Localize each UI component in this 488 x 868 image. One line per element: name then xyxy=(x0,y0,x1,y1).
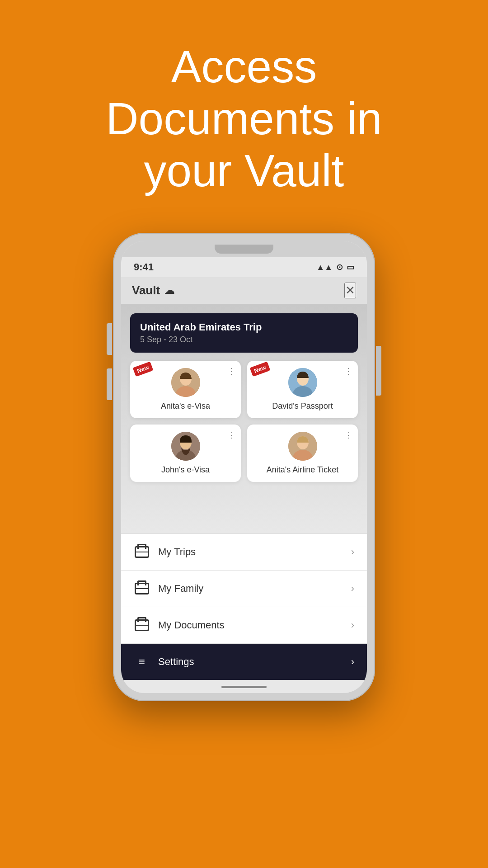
chevron-settings: › xyxy=(351,656,354,668)
trip-title: United Arab Emirates Trip xyxy=(140,321,348,333)
phone-screen: 9:41 ▲▲ ⊙ ▭ Vault ☁ ✕ United Arab xyxy=(121,241,367,693)
chevron-documents: › xyxy=(351,619,354,631)
menu-item-my-family[interactable]: My Family › xyxy=(121,571,367,607)
trips-icon-wrapper xyxy=(134,546,150,558)
hero-section: Access Documents in your Vault xyxy=(79,0,409,224)
doc-card-john-evisa[interactable]: John's e-Visa ⋮ xyxy=(130,425,241,482)
doc-label-anita-evisa: Anita's e-Visa xyxy=(161,401,210,411)
status-time: 9:41 xyxy=(134,261,154,273)
avatar-anita2 xyxy=(288,432,317,461)
new-badge-anita: New xyxy=(133,362,153,377)
menu-item-settings[interactable]: ≡ Settings › xyxy=(121,644,367,680)
menu-label-documents: My Documents xyxy=(158,619,225,631)
david-avatar-svg xyxy=(288,368,317,397)
notch-pill xyxy=(215,245,273,254)
doc-label-john-evisa: John's e-Visa xyxy=(161,465,210,475)
document-grid: New Anita's e-Visa ⋮ xyxy=(130,361,358,482)
cloud-icon: ☁ xyxy=(164,285,174,297)
signal-icon: ▲▲ xyxy=(316,263,333,272)
settings-icon: ≡ xyxy=(139,656,145,668)
doc-card-david-passport[interactable]: New David's Passport ⋮ xyxy=(247,361,358,418)
doc-card-anita-evisa[interactable]: New Anita's e-Visa ⋮ xyxy=(130,361,241,418)
card-menu-david-passport[interactable]: ⋮ xyxy=(344,366,352,376)
status-icons: ▲▲ ⊙ ▭ xyxy=(316,262,354,272)
settings-icon-wrapper: ≡ xyxy=(134,656,150,668)
phone-shell: 9:41 ▲▲ ⊙ ▭ Vault ☁ ✕ United Arab xyxy=(113,233,375,701)
hero-line1: Access xyxy=(171,41,317,92)
menu-item-left-trips: My Trips xyxy=(134,546,196,558)
app-title-group: Vault ☁ xyxy=(132,283,174,297)
new-badge-david: New xyxy=(250,362,270,377)
anita-avatar-svg xyxy=(171,368,200,397)
home-pill xyxy=(221,686,267,688)
phone-notch xyxy=(121,241,367,257)
close-button[interactable]: ✕ xyxy=(344,283,356,298)
trip-dates: 5 Sep - 23 Oct xyxy=(140,335,348,344)
briefcase-icon-family xyxy=(135,583,149,594)
app-title-text: Vault xyxy=(132,283,160,297)
trip-banner[interactable]: United Arab Emirates Trip 5 Sep - 23 Oct xyxy=(130,313,358,353)
documents-icon-wrapper xyxy=(134,619,150,632)
home-indicator xyxy=(121,680,367,693)
card-menu-anita-evisa[interactable]: ⋮ xyxy=(227,366,235,376)
phone-mockup: 9:41 ▲▲ ⊙ ▭ Vault ☁ ✕ United Arab xyxy=(113,233,375,701)
doc-card-anita-ticket[interactable]: Anita's Airline Ticket ⋮ xyxy=(247,425,358,482)
briefcase-icon-trips xyxy=(135,546,149,558)
menu-label-trips: My Trips xyxy=(158,546,196,558)
briefcase-icon-documents xyxy=(135,619,149,631)
battery-icon: ▭ xyxy=(347,262,354,272)
status-bar: 9:41 ▲▲ ⊙ ▭ xyxy=(121,257,367,277)
chevron-trips: › xyxy=(351,546,354,558)
bottom-menu: My Trips › My Family › xyxy=(121,533,367,680)
hero-line3: your Vault xyxy=(144,145,344,196)
menu-item-my-trips[interactable]: My Trips › xyxy=(121,534,367,571)
anita2-avatar-svg xyxy=(288,432,317,461)
doc-label-anita-ticket: Anita's Airline Ticket xyxy=(267,465,339,475)
family-icon-wrapper xyxy=(134,582,150,595)
menu-item-left-settings: ≡ Settings xyxy=(134,656,194,668)
card-menu-john-evisa[interactable]: ⋮ xyxy=(227,430,235,440)
avatar-david xyxy=(288,368,317,397)
card-menu-anita-ticket[interactable]: ⋮ xyxy=(344,430,352,440)
menu-label-family: My Family xyxy=(158,583,203,594)
app-header: Vault ☁ ✕ xyxy=(121,277,367,304)
wifi-icon: ⊙ xyxy=(336,262,343,272)
menu-label-settings: Settings xyxy=(158,656,194,668)
menu-item-left-family: My Family xyxy=(134,582,203,595)
doc-label-david-passport: David's Passport xyxy=(272,401,333,411)
app-content: United Arab Emirates Trip 5 Sep - 23 Oct… xyxy=(121,304,367,533)
chevron-family: › xyxy=(351,583,354,594)
avatar-anita xyxy=(171,368,200,397)
john-avatar-svg xyxy=(171,432,200,461)
menu-item-my-documents[interactable]: My Documents › xyxy=(121,607,367,644)
menu-item-left-documents: My Documents xyxy=(134,619,225,632)
avatar-john xyxy=(171,432,200,461)
hero-line2: Documents in xyxy=(106,93,382,144)
scroll-space xyxy=(130,488,358,524)
